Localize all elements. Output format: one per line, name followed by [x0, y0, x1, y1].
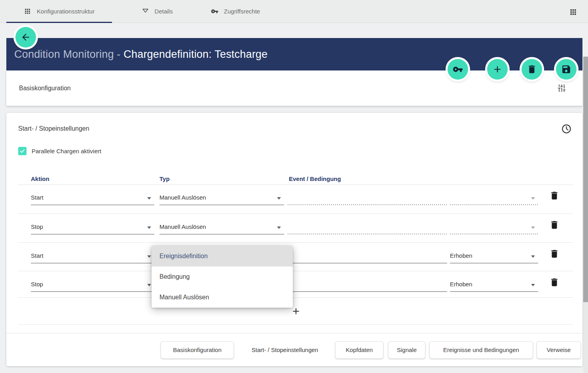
row-delete-button[interactable] — [549, 249, 560, 259]
checkbox-label: Parallele Chargen aktiviert — [32, 148, 101, 154]
tab-konfigurationsstruktur[interactable]: Konfigurationsstruktur — [6, 0, 112, 23]
chevron-down-icon — [147, 226, 151, 229]
section-label: Basiskonfiguration — [19, 85, 71, 92]
check-icon — [19, 148, 25, 154]
aktion-value: Stop — [31, 223, 43, 230]
aktion-select[interactable]: Start — [31, 248, 154, 263]
chevron-down-icon — [531, 197, 535, 200]
typ-select[interactable]: Manuell Auslösen — [159, 190, 284, 205]
scrollbar-thumb[interactable] — [583, 57, 588, 302]
delete-button[interactable] — [522, 59, 542, 80]
arrow-left-icon — [21, 32, 31, 42]
footer-button-kopfdaten[interactable]: Kopfdaten — [335, 341, 383, 359]
chevron-down-icon — [531, 255, 535, 258]
aktion-value: Stop — [31, 281, 43, 287]
mode-select[interactable]: Erhoben — [450, 248, 538, 263]
key-icon — [211, 8, 218, 15]
chevron-down-icon — [147, 284, 151, 286]
footer-button-verweise[interactable]: Verweise — [537, 341, 581, 359]
tab-label: Zugriffsrechte — [224, 8, 260, 15]
title-name: Chargendefinition: Testcharge — [123, 48, 267, 60]
tab-zugriffsrechte[interactable]: Zugriffsrechte — [196, 0, 275, 23]
tab-bar: Konfigurationsstruktur Details Zugriffsr… — [0, 0, 588, 23]
chevron-down-icon — [277, 226, 281, 229]
add-row — [18, 298, 573, 325]
event-input[interactable] — [288, 277, 447, 292]
mode-value: Erhoben — [450, 252, 472, 259]
tab-label: Konfigurationsstruktur — [37, 8, 95, 15]
event-input — [288, 219, 447, 234]
add-button[interactable] — [487, 59, 508, 80]
footer-current-section: Start- / Stopeinstellungen — [245, 341, 324, 359]
table-row: Start Erhoben — [18, 243, 573, 271]
row-delete-button[interactable] — [549, 277, 560, 287]
aktion-value: Start — [31, 194, 44, 201]
event-input[interactable] — [288, 248, 447, 263]
table-row: Stop Manuell Auslösen — [18, 214, 573, 243]
chevron-down-icon — [531, 284, 535, 286]
chevron-down-icon — [147, 197, 151, 200]
parallel-charges-checkbox[interactable] — [18, 147, 27, 155]
save-icon — [561, 64, 571, 74]
chevron-down-icon — [147, 255, 151, 258]
grid-icon — [24, 8, 31, 15]
mode-select — [450, 190, 538, 205]
mode-select — [450, 219, 538, 234]
panel-title: Start- / Stopeinstellungen — [18, 125, 89, 132]
footer-divider — [6, 333, 582, 333]
row-delete-button[interactable] — [549, 190, 560, 201]
aktion-select[interactable]: Stop — [31, 277, 154, 292]
tab-label: Details — [155, 8, 173, 15]
chevron-down-icon — [531, 226, 535, 229]
panel-start-stop: Start- / Stopeinstellungen Parallele Cha… — [6, 113, 582, 366]
apps-grid-icon[interactable] — [569, 8, 577, 16]
tune-icon[interactable] — [557, 83, 567, 93]
menu-item-bedingung[interactable]: Bedingung — [152, 266, 293, 287]
menu-item-manuell-ausloesen[interactable]: Manuell Auslösen — [152, 287, 293, 308]
title-prefix: Condition Monitoring - — [14, 48, 123, 60]
back-button[interactable] — [15, 27, 36, 48]
aktion-select[interactable]: Stop — [31, 219, 154, 234]
trash-icon — [527, 64, 537, 74]
permissions-button[interactable] — [448, 59, 468, 80]
typ-dropdown-menu: Ereignisdefinition Bedingung Manuell Aus… — [152, 246, 293, 308]
menu-item-ereignisdefinition[interactable]: Ereignisdefinition — [152, 246, 293, 266]
key-icon — [453, 64, 463, 74]
typ-select[interactable]: Manuell Auslösen — [159, 219, 284, 234]
table-row: Start Manuell Auslösen — [18, 185, 573, 214]
footer-button-ereignisse-und-bedingungen[interactable]: Ereignisse und Bedingungen — [429, 341, 533, 359]
aktion-value: Start — [31, 252, 44, 259]
table-row: Stop Erhoben — [18, 271, 573, 298]
typ-value: Manuell Auslösen — [159, 223, 206, 230]
column-header-event: Event / Bedingung — [289, 175, 341, 182]
column-header-aktion: Aktion — [31, 175, 49, 182]
page-title: Condition Monitoring - Chargendefinition… — [14, 48, 267, 61]
footer-button-signale[interactable]: Signale — [388, 341, 425, 359]
mode-select[interactable]: Erhoben — [450, 277, 538, 292]
typ-value: Manuell Auslösen — [159, 194, 206, 201]
tab-details[interactable]: Details — [127, 0, 187, 23]
event-input — [288, 190, 447, 205]
plus-icon — [492, 64, 503, 74]
save-button[interactable] — [556, 59, 577, 80]
row-delete-button[interactable] — [549, 220, 560, 230]
clock-icon[interactable] — [561, 124, 572, 134]
add-row-button[interactable] — [291, 306, 301, 316]
column-header-typ: Typ — [159, 175, 170, 182]
chevron-down-icon — [277, 197, 281, 200]
filter-icon — [142, 8, 149, 15]
mode-value: Erhoben — [450, 281, 472, 287]
footer-button-basiskonfiguration[interactable]: Basiskonfiguration — [161, 341, 234, 359]
aktion-select[interactable]: Start — [31, 190, 154, 205]
